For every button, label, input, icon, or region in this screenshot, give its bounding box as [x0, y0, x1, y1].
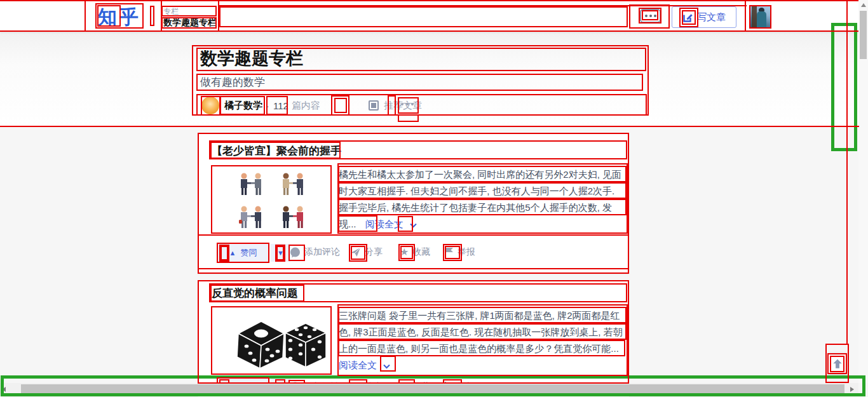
- vertical-scrollbar-thumb[interactable]: [860, 11, 867, 59]
- article-thumbnail-dice[interactable]: [211, 306, 332, 375]
- excerpt-line: 上的一面是蓝色, 则另一面也是蓝色的概率是多少？凭直觉你可能...: [339, 340, 628, 357]
- article-thumbnail-handshake[interactable]: [211, 165, 332, 234]
- dice-illustration: [212, 307, 332, 375]
- write-article-button[interactable]: 写文章: [672, 6, 736, 28]
- upvote-button[interactable]: ▲ 赞同: [218, 244, 268, 262]
- back-to-top-button[interactable]: [827, 353, 847, 374]
- add-comment-button[interactable]: 添加评论: [290, 246, 340, 258]
- article-count-unit: 篇内容: [292, 100, 320, 112]
- zhihu-logo[interactable]: 知乎: [98, 4, 141, 30]
- share-label: 分享: [365, 246, 383, 258]
- arrow-up-icon: [831, 358, 844, 370]
- dot-icon: [406, 103, 409, 105]
- write-pencil-icon: [682, 12, 693, 23]
- upvote-triangle-icon: ▲: [229, 249, 236, 257]
- add-comment-label: 添加评论: [304, 246, 340, 258]
- excerpt-line: 色, 牌3正面是蓝色, 反面是红色. 现在随机抽取一张牌放到桌上, 若朝: [339, 324, 628, 340]
- excerpt-line: 三张牌问题 袋子里一共有三张牌, 牌1两面都是蓝色, 牌2两面都是红: [339, 307, 628, 324]
- chevron-down-icon[interactable]: [383, 358, 390, 374]
- column-subtitle: 做有趣的数学: [200, 75, 265, 90]
- paper-plane-icon: [350, 247, 361, 257]
- article-action-bar: ▲ 赞同 ▼ 添加评论 分享 ★ 收藏 举报: [198, 244, 629, 273]
- downvote-triangle-icon: ▼: [277, 249, 284, 257]
- zhihu-column-page: 知乎 专栏 数学趣题专栏 写文章 数学趣题专栏 做有趣的数学: [0, 0, 868, 397]
- upvote-label: 赞同: [240, 247, 257, 259]
- read-more-link[interactable]: 阅读全文: [365, 219, 403, 229]
- column-more-button[interactable]: [401, 103, 414, 105]
- chevron-down-icon[interactable]: [410, 217, 417, 233]
- favorite-label: 收藏: [412, 246, 430, 258]
- vertical-scrollbar[interactable]: [858, 0, 868, 397]
- downvote-button[interactable]: ▼: [271, 244, 290, 262]
- article-title[interactable]: 【老少皆宜】聚会前的握手: [212, 144, 341, 158]
- excerpt-last-line: 现... 阅读全文: [339, 216, 628, 232]
- flag-icon: [444, 247, 454, 257]
- star-icon: ★: [400, 247, 409, 257]
- dot-icon: [401, 103, 403, 105]
- report-label: 举报: [458, 246, 475, 258]
- dot-icon: [645, 15, 648, 17]
- recommend-icon: [369, 100, 379, 111]
- column-title: 数学趣题专栏: [200, 47, 303, 70]
- comment-bubble-icon: [290, 247, 301, 258]
- top-navbar: 知乎 专栏 数学趣题专栏 写文章: [0, 0, 868, 32]
- article-card-probability: 反直觉的概率问题: [198, 281, 629, 397]
- column-header: 数学趣题专栏 做有趣的数学 橘子数学 · 112 篇内容 推荐文章: [0, 32, 868, 127]
- scroll-left-arrow[interactable]: [2, 387, 6, 392]
- user-avatar[interactable]: [750, 6, 771, 29]
- article-excerpt: 三张牌问题 袋子里一共有三张牌, 牌1两面都是蓝色, 牌2两面都是红 色, 牌3…: [339, 307, 628, 373]
- meta-separator: ·: [266, 100, 269, 111]
- avatar-tree-shape: [752, 6, 757, 29]
- handshake-illustration: [212, 166, 332, 234]
- scrollbar-corner: [858, 383, 868, 397]
- article-excerpt: 橘先生和橘太太参加了一次聚会, 同时出席的还有另外2对夫妇, 见面 时大家互相握…: [339, 166, 628, 232]
- more-options-button[interactable]: [640, 9, 661, 23]
- excerpt-line-tail: 现...: [339, 219, 356, 229]
- column-meta-row: 橘子数学 · 112 篇内容 推荐文章: [201, 96, 422, 115]
- breadcrumb-column-title[interactable]: 数学趣题专栏: [163, 17, 217, 29]
- recommend-label: 推荐文章: [384, 100, 422, 112]
- article-title[interactable]: 反直觉的概率问题: [212, 286, 298, 300]
- share-button[interactable]: 分享: [350, 246, 383, 258]
- horizontal-scrollbar-thumb[interactable]: [21, 384, 844, 394]
- scroll-right-arrow[interactable]: [850, 387, 854, 392]
- nav-divider: [152, 7, 153, 25]
- report-button[interactable]: 举报: [444, 246, 475, 258]
- article-count: 112: [273, 100, 288, 111]
- recommend-articles-button[interactable]: 推荐文章: [369, 100, 422, 112]
- column-author-name[interactable]: 橘子数学: [224, 100, 262, 112]
- dot-icon: [411, 103, 414, 105]
- dot-icon: [649, 15, 652, 17]
- write-article-label: 写文章: [697, 11, 726, 24]
- article-card-handshake: 【老少皆宜】聚会前的握手: [198, 133, 629, 274]
- favorite-button[interactable]: ★ 收藏: [400, 246, 430, 258]
- horizontal-scrollbar[interactable]: [0, 383, 858, 395]
- read-more-link[interactable]: 阅读全文: [339, 360, 377, 370]
- excerpt-line: 橘先生和橘太太参加了一次聚会, 同时出席的还有另外2对夫妇, 见面: [339, 166, 628, 183]
- excerpt-line: 时大家互相握手. 但夫妇之间不握手, 也没有人与同一个人握2次手.: [339, 183, 628, 199]
- avatar-person-shape: [757, 11, 766, 29]
- column-author-avatar[interactable]: [201, 97, 219, 114]
- scroll-up-arrow[interactable]: [861, 3, 866, 7]
- dot-icon: [654, 15, 656, 17]
- excerpt-line: 握手完毕后, 橘先生统计了包括妻子在内其他5个人握手的次数, 发: [339, 199, 628, 216]
- excerpt-last-line: 阅读全文: [339, 357, 628, 373]
- breadcrumb-section-label[interactable]: 专栏: [163, 6, 179, 17]
